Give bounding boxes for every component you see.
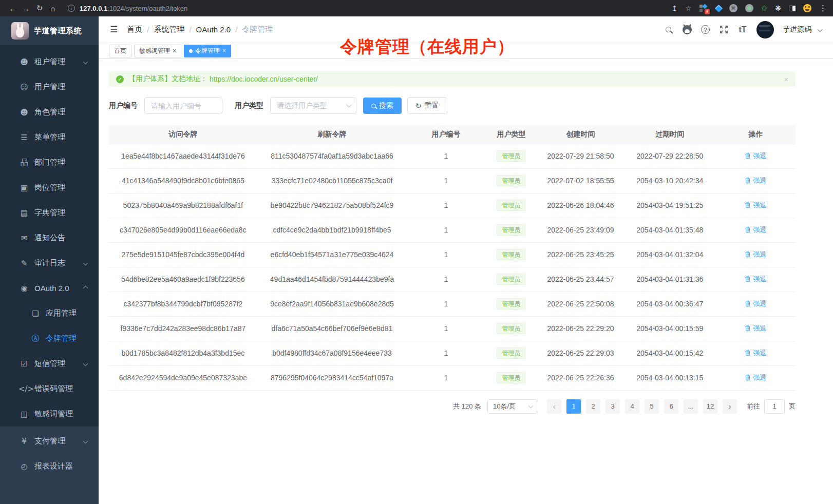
page-tab[interactable]: 敏感词管理 × [134, 45, 181, 57]
sidebar-item[interactable]: ❏ 应用管理 [0, 301, 99, 326]
table-header-cell: 访问令牌 [109, 125, 257, 144]
extension-grid-icon[interactable]: 9 [699, 4, 708, 12]
page-tab[interactable]: 首页 [109, 45, 131, 57]
breadcrumb-separator: / [189, 25, 191, 34]
goto-page-input[interactable] [764, 399, 785, 414]
search-button[interactable]: 搜索 [363, 98, 402, 114]
page-number-button[interactable]: ... [684, 399, 698, 414]
sidebar-item[interactable]: ☻ 角色管理 [0, 100, 99, 125]
home-icon[interactable]: ⌂ [46, 4, 60, 13]
created-time-cell: 2022-06-25 22:50:08 [537, 292, 623, 316]
sidebar-item[interactable]: 品 部门管理 [0, 150, 99, 175]
sidebar-item[interactable]: ▣ 岗位管理 [0, 175, 99, 200]
sidebar-item[interactable]: ◫ 敏感词管理 [0, 401, 99, 427]
record-extension-icon[interactable] [745, 4, 753, 12]
command-extension-icon[interactable]: ⌘ [729, 4, 737, 12]
split-screen-icon[interactable] [789, 6, 796, 11]
font-size-icon[interactable]: tT [737, 25, 748, 35]
force-logout-button[interactable]: 强退 [745, 176, 766, 185]
breadcrumb-item[interactable]: 令牌管理 [242, 25, 273, 34]
refresh-token-cell: 811c530487574fa0af1a59d3abc1aa66 [257, 144, 407, 168]
github-icon[interactable] [682, 25, 692, 35]
browser-menu-icon[interactable]: ⋮ [819, 4, 827, 13]
next-page-button[interactable]: › [723, 399, 737, 414]
address-bar[interactable]: i 127.0.0.1:1024/system/oauth2/token [68, 5, 671, 12]
page-size-select[interactable]: 10条/页 [487, 399, 537, 414]
total-count: 共 120 条 [453, 402, 481, 411]
sidebar-item[interactable]: ✉ 通知公告 [0, 225, 99, 250]
url-host: 127.0.0.1 [80, 5, 107, 12]
user-id-input[interactable] [144, 98, 222, 114]
user-type-label: 用户类型 [235, 101, 263, 110]
force-logout-button[interactable]: 强退 [745, 373, 766, 382]
tab-close-icon[interactable]: × [173, 47, 176, 54]
page-tab[interactable]: 令牌管理 × [184, 45, 231, 57]
force-logout-button[interactable]: 强退 [745, 275, 766, 284]
page-number-button[interactable]: 4 [625, 399, 639, 414]
reload-icon[interactable]: ↻ [33, 4, 46, 13]
force-logout-button[interactable]: 强退 [745, 225, 766, 235]
page-number-button[interactable]: 6 [664, 399, 678, 414]
sidebar-item[interactable]: ☺ 用户管理 [0, 74, 99, 100]
share-icon[interactable]: ↥ [671, 4, 677, 12]
prev-page-button[interactable]: ‹ [547, 399, 561, 414]
avatar[interactable] [756, 21, 774, 38]
table-row: c347026e805e4d99b0d116eae66eda8c cdfc4ce… [109, 218, 796, 242]
tab-close-icon[interactable]: × [222, 47, 226, 54]
force-logout-button[interactable]: 强退 [745, 299, 766, 308]
forward-icon[interactable]: → [20, 4, 33, 13]
refresh-token-cell: 49d1aa46d1454fbd87591444423be9fa [257, 267, 407, 292]
expire-time-cell: 2054-03-04 01:32:04 [624, 242, 716, 267]
fullscreen-icon[interactable] [718, 25, 729, 35]
sidebar-item[interactable]: </> 错误码管理 [0, 376, 99, 401]
force-logout-button[interactable]: 强退 [745, 250, 766, 259]
flower-extension-icon[interactable]: ❋ [775, 4, 781, 12]
sidebar-item[interactable]: ◉ OAuth 2.0 [0, 276, 99, 301]
back-icon[interactable]: ← [6, 4, 20, 13]
user-caret-icon[interactable] [818, 27, 823, 32]
reset-button[interactable]: ↻ 重置 [407, 98, 447, 114]
table-row: 502375b8040a469a9b82188afdf6af1f be90422… [109, 193, 796, 218]
page-number-button[interactable]: 3 [605, 399, 620, 414]
help-icon[interactable]: ? [701, 25, 710, 34]
page-number-button[interactable]: 12 [703, 399, 717, 414]
user-type-badge: 管理员 [497, 224, 525, 236]
sidebar-item[interactable]: ✎ 审计日志 [0, 250, 99, 276]
table-row: f9336e7c7dd242a283ee98dc86b17a87 dfa6c71… [109, 316, 796, 341]
sidebar-item[interactable]: ☰ 菜单管理 [0, 125, 99, 150]
page-number-button[interactable]: 5 [645, 399, 659, 414]
action-cell: 强退 [716, 365, 796, 390]
sidebar-item[interactable]: Ⓐ 令牌管理 [0, 326, 99, 351]
page-number-button[interactable]: 1 [566, 399, 581, 414]
gem-extension-icon[interactable] [714, 4, 723, 12]
refresh-token-cell: be90422b8c7946218275a508bf524fc9 [257, 193, 407, 218]
site-info-icon[interactable]: i [68, 5, 75, 12]
sidebar-collapse-icon[interactable]: ☰ [110, 24, 118, 35]
breadcrumb-item[interactable]: OAuth 2.0 [196, 25, 231, 34]
sidebar-item[interactable]: ▤ 字典管理 [0, 200, 99, 225]
sidebar-item[interactable]: ☻ 租户管理 [0, 49, 99, 74]
created-time-cell: 2022-06-25 22:29:03 [537, 341, 623, 365]
force-logout-button[interactable]: 强退 [745, 348, 766, 358]
breadcrumb-item[interactable]: 系统管理 [154, 25, 184, 34]
breadcrumb-item[interactable]: 首页 [127, 25, 142, 34]
green-star-extension-icon[interactable]: ✩ [761, 4, 768, 12]
expire-time-cell: 2054-03-04 00:15:42 [624, 341, 716, 365]
sidebar-item[interactable]: ☑ 短信管理 [0, 351, 99, 376]
chevron-down-icon [83, 261, 88, 266]
search-icon[interactable] [663, 25, 673, 35]
table-row: 54d6be82ee5a460a9aedc1f9bf223656 49d1aa4… [109, 267, 796, 292]
emoji-profile-icon[interactable] [803, 4, 811, 12]
table-header-cell: 操作 [716, 125, 796, 144]
sidebar-item[interactable]: ◴ 报表设计器 [0, 454, 99, 479]
force-logout-button[interactable]: 强退 [745, 151, 766, 161]
bookmark-star-icon[interactable]: ☆ [685, 4, 692, 12]
user-type-select[interactable]: 请选择用户类型 [270, 98, 356, 114]
force-logout-button[interactable]: 强退 [745, 324, 766, 333]
force-logout-button[interactable]: 强退 [745, 201, 766, 210]
alert-close-icon[interactable]: × [784, 75, 788, 84]
page-number-button[interactable]: 2 [586, 399, 600, 414]
user-name[interactable]: 芋道源码 [783, 25, 811, 34]
doc-link[interactable]: https://doc.iocoder.cn/user-center/ [210, 75, 318, 83]
sidebar-item[interactable]: ¥ 支付管理 [0, 429, 99, 454]
